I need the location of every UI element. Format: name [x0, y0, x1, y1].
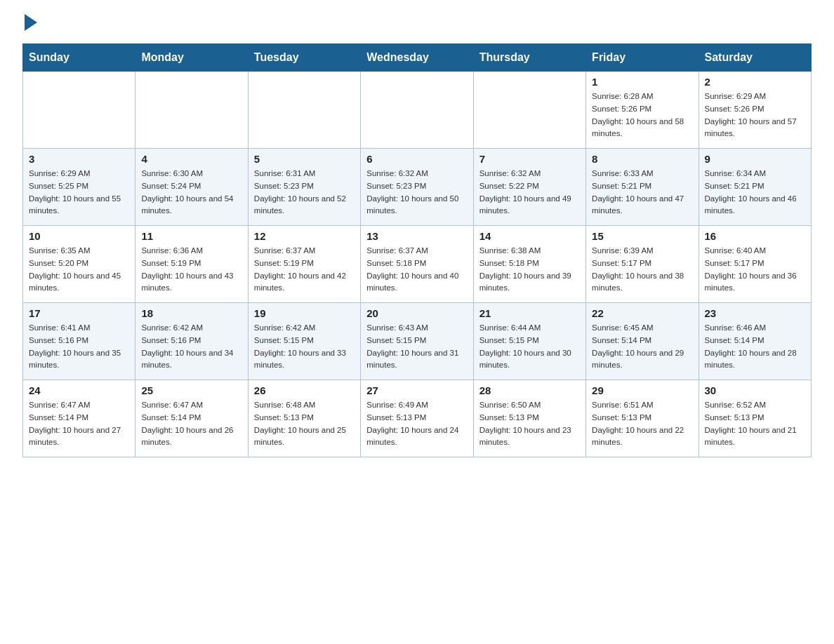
day-number: 17: [29, 307, 129, 319]
calendar-cell: 26Sunrise: 6:48 AM Sunset: 5:13 PM Dayli…: [248, 380, 360, 457]
weekday-header-monday: Monday: [135, 44, 248, 72]
day-detail: Sunrise: 6:35 AM Sunset: 5:20 PM Dayligh…: [29, 245, 129, 295]
day-detail: Sunrise: 6:40 AM Sunset: 5:17 PM Dayligh…: [705, 245, 805, 295]
day-detail: Sunrise: 6:38 AM Sunset: 5:18 PM Dayligh…: [479, 245, 580, 295]
weekday-header-tuesday: Tuesday: [248, 44, 360, 72]
day-number: 12: [254, 230, 355, 242]
day-number: 21: [479, 307, 580, 319]
day-number: 4: [141, 153, 241, 165]
calendar-cell: 8Sunrise: 6:33 AM Sunset: 5:21 PM Daylig…: [586, 149, 699, 226]
day-detail: Sunrise: 6:36 AM Sunset: 5:19 PM Dayligh…: [141, 245, 241, 295]
calendar-cell: 7Sunrise: 6:32 AM Sunset: 5:22 PM Daylig…: [473, 149, 585, 226]
day-detail: Sunrise: 6:34 AM Sunset: 5:21 PM Dayligh…: [705, 168, 805, 217]
calendar-cell: [473, 72, 585, 149]
calendar-cell: [248, 72, 360, 149]
day-detail: Sunrise: 6:32 AM Sunset: 5:23 PM Dayligh…: [366, 168, 467, 217]
weekday-header-friday: Friday: [586, 44, 699, 72]
day-detail: Sunrise: 6:39 AM Sunset: 5:17 PM Dayligh…: [592, 245, 692, 295]
calendar-cell: 17Sunrise: 6:41 AM Sunset: 5:16 PM Dayli…: [23, 303, 135, 380]
calendar-cell: 28Sunrise: 6:50 AM Sunset: 5:13 PM Dayli…: [473, 380, 585, 457]
calendar-cell: 14Sunrise: 6:38 AM Sunset: 5:18 PM Dayli…: [473, 226, 585, 303]
calendar-cell: 3Sunrise: 6:29 AM Sunset: 5:25 PM Daylig…: [23, 149, 135, 226]
day-number: 1: [592, 76, 692, 88]
day-number: 19: [254, 307, 355, 319]
day-detail: Sunrise: 6:44 AM Sunset: 5:15 PM Dayligh…: [479, 322, 580, 372]
day-detail: Sunrise: 6:29 AM Sunset: 5:26 PM Dayligh…: [705, 90, 805, 140]
calendar-cell: 11Sunrise: 6:36 AM Sunset: 5:19 PM Dayli…: [135, 226, 248, 303]
day-number: 30: [705, 384, 805, 396]
calendar-cell: [361, 72, 473, 149]
day-detail: Sunrise: 6:48 AM Sunset: 5:13 PM Dayligh…: [254, 399, 355, 449]
day-number: 9: [705, 153, 805, 165]
calendar-table: SundayMondayTuesdayWednesdayThursdayFrid…: [22, 43, 812, 457]
day-number: 5: [254, 153, 355, 165]
calendar-cell: 1Sunrise: 6:28 AM Sunset: 5:26 PM Daylig…: [586, 72, 699, 149]
day-detail: Sunrise: 6:42 AM Sunset: 5:16 PM Dayligh…: [141, 322, 241, 372]
calendar-cell: 29Sunrise: 6:51 AM Sunset: 5:13 PM Dayli…: [586, 380, 699, 457]
weekday-header-sunday: Sunday: [23, 44, 135, 72]
calendar-cell: [23, 72, 135, 149]
day-number: 29: [592, 384, 692, 396]
calendar-week-5: 24Sunrise: 6:47 AM Sunset: 5:14 PM Dayli…: [23, 380, 812, 457]
day-detail: Sunrise: 6:52 AM Sunset: 5:13 PM Dayligh…: [705, 399, 805, 449]
day-detail: Sunrise: 6:47 AM Sunset: 5:14 PM Dayligh…: [141, 399, 241, 449]
day-number: 14: [479, 230, 580, 242]
calendar-cell: 18Sunrise: 6:42 AM Sunset: 5:16 PM Dayli…: [135, 303, 248, 380]
day-number: 2: [705, 76, 805, 88]
day-detail: Sunrise: 6:30 AM Sunset: 5:24 PM Dayligh…: [141, 168, 241, 217]
day-detail: Sunrise: 6:46 AM Sunset: 5:14 PM Dayligh…: [705, 322, 805, 372]
day-detail: Sunrise: 6:33 AM Sunset: 5:21 PM Dayligh…: [592, 168, 692, 217]
day-number: 10: [29, 230, 129, 242]
day-detail: Sunrise: 6:51 AM Sunset: 5:13 PM Dayligh…: [592, 399, 692, 449]
calendar-cell: 4Sunrise: 6:30 AM Sunset: 5:24 PM Daylig…: [135, 149, 248, 226]
page-header: [22, 17, 812, 31]
day-detail: Sunrise: 6:50 AM Sunset: 5:13 PM Dayligh…: [479, 399, 580, 449]
calendar-cell: 23Sunrise: 6:46 AM Sunset: 5:14 PM Dayli…: [699, 303, 811, 380]
calendar-cell: 12Sunrise: 6:37 AM Sunset: 5:19 PM Dayli…: [248, 226, 360, 303]
day-number: 25: [141, 384, 241, 396]
calendar-cell: 5Sunrise: 6:31 AM Sunset: 5:23 PM Daylig…: [248, 149, 360, 226]
weekday-header-row: SundayMondayTuesdayWednesdayThursdayFrid…: [23, 44, 812, 72]
day-number: 13: [366, 230, 467, 242]
day-detail: Sunrise: 6:37 AM Sunset: 5:18 PM Dayligh…: [366, 245, 467, 295]
day-number: 23: [705, 307, 805, 319]
calendar-cell: [135, 72, 248, 149]
calendar-cell: 22Sunrise: 6:45 AM Sunset: 5:14 PM Dayli…: [586, 303, 699, 380]
day-number: 24: [29, 384, 129, 396]
calendar-cell: 13Sunrise: 6:37 AM Sunset: 5:18 PM Dayli…: [361, 226, 473, 303]
day-number: 3: [29, 153, 129, 165]
calendar-cell: 6Sunrise: 6:32 AM Sunset: 5:23 PM Daylig…: [361, 149, 473, 226]
calendar-cell: 25Sunrise: 6:47 AM Sunset: 5:14 PM Dayli…: [135, 380, 248, 457]
day-number: 7: [479, 153, 580, 165]
day-detail: Sunrise: 6:31 AM Sunset: 5:23 PM Dayligh…: [254, 168, 355, 217]
day-number: 6: [366, 153, 467, 165]
calendar-cell: 30Sunrise: 6:52 AM Sunset: 5:13 PM Dayli…: [699, 380, 811, 457]
calendar-cell: 27Sunrise: 6:49 AM Sunset: 5:13 PM Dayli…: [361, 380, 473, 457]
calendar-cell: 19Sunrise: 6:42 AM Sunset: 5:15 PM Dayli…: [248, 303, 360, 380]
day-number: 22: [592, 307, 692, 319]
day-number: 18: [141, 307, 241, 319]
day-number: 11: [141, 230, 241, 242]
day-detail: Sunrise: 6:47 AM Sunset: 5:14 PM Dayligh…: [29, 399, 129, 449]
calendar-cell: 24Sunrise: 6:47 AM Sunset: 5:14 PM Dayli…: [23, 380, 135, 457]
calendar-week-3: 10Sunrise: 6:35 AM Sunset: 5:20 PM Dayli…: [23, 226, 812, 303]
calendar-week-4: 17Sunrise: 6:41 AM Sunset: 5:16 PM Dayli…: [23, 303, 812, 380]
day-number: 28: [479, 384, 580, 396]
day-detail: Sunrise: 6:45 AM Sunset: 5:14 PM Dayligh…: [592, 322, 692, 372]
calendar-cell: 20Sunrise: 6:43 AM Sunset: 5:15 PM Dayli…: [361, 303, 473, 380]
calendar-cell: 9Sunrise: 6:34 AM Sunset: 5:21 PM Daylig…: [699, 149, 811, 226]
day-detail: Sunrise: 6:49 AM Sunset: 5:13 PM Dayligh…: [366, 399, 467, 449]
day-detail: Sunrise: 6:42 AM Sunset: 5:15 PM Dayligh…: [254, 322, 355, 372]
calendar-cell: 21Sunrise: 6:44 AM Sunset: 5:15 PM Dayli…: [473, 303, 585, 380]
calendar-week-1: 1Sunrise: 6:28 AM Sunset: 5:26 PM Daylig…: [23, 72, 812, 149]
logo: [22, 17, 37, 31]
weekday-header-wednesday: Wednesday: [361, 44, 473, 72]
day-detail: Sunrise: 6:43 AM Sunset: 5:15 PM Dayligh…: [366, 322, 467, 372]
day-number: 8: [592, 153, 692, 165]
weekday-header-thursday: Thursday: [473, 44, 585, 72]
calendar-week-2: 3Sunrise: 6:29 AM Sunset: 5:25 PM Daylig…: [23, 149, 812, 226]
day-detail: Sunrise: 6:29 AM Sunset: 5:25 PM Dayligh…: [29, 168, 129, 217]
calendar-cell: 2Sunrise: 6:29 AM Sunset: 5:26 PM Daylig…: [699, 72, 811, 149]
day-number: 20: [366, 307, 467, 319]
weekday-header-saturday: Saturday: [699, 44, 811, 72]
